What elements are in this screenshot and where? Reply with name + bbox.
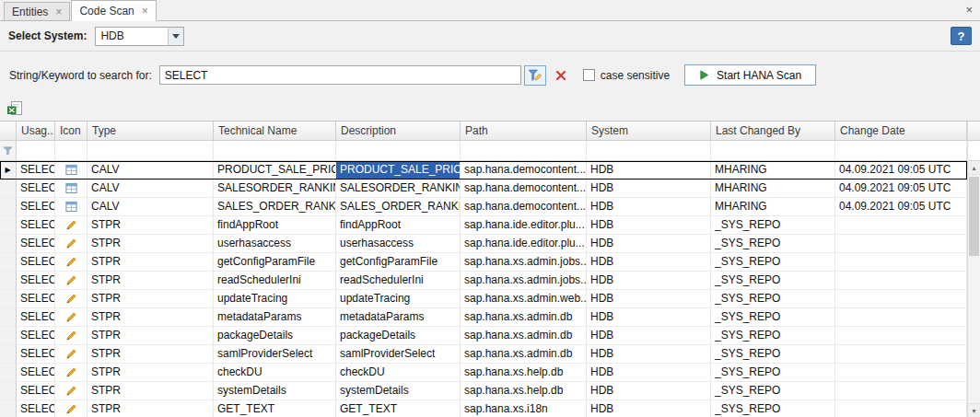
cell-path[interactable]: sap.hana.xs.i18n — [461, 400, 587, 417]
clear-filter-button[interactable] — [550, 65, 572, 86]
column-header[interactable]: System — [587, 122, 711, 141]
cell-technical-name[interactable]: checkDU — [214, 364, 336, 382]
table-row[interactable]: ▶ SELECT — [0, 216, 967, 235]
cell-type[interactable]: STPR — [88, 345, 214, 364]
cell-system[interactable]: HDB — [587, 253, 711, 272]
column-header[interactable]: Usag... — [17, 122, 55, 141]
cell-description[interactable]: systemDetails — [336, 382, 461, 400]
cell-path[interactable]: sap.hana.xs.admin.jobs... — [461, 272, 587, 290]
column-header[interactable]: Technical Name — [214, 122, 336, 141]
cell-path[interactable]: sap.hana.xs.admin.db — [461, 308, 587, 327]
cell-type[interactable]: STPR — [88, 382, 214, 400]
cell-path[interactable]: sap.hana.xs.help.db — [461, 364, 587, 382]
cell-change-date[interactable]: 04.09.2021 09:05 UTC — [835, 161, 967, 180]
cell-system[interactable]: HDB — [587, 345, 711, 364]
cell-last-changed-by[interactable]: _SYS_REPO — [711, 290, 835, 308]
case-sensitive-checkbox[interactable] — [583, 69, 595, 81]
cell-system[interactable]: HDB — [587, 364, 711, 382]
cell-system[interactable]: HDB — [587, 382, 711, 400]
cell-type[interactable]: STPR — [88, 364, 214, 382]
cell-change-date[interactable] — [835, 290, 967, 308]
cell-change-date[interactable]: 04.09.2021 09:05 UTC — [835, 180, 967, 198]
cell-usage[interactable]: SELECT — [17, 290, 55, 308]
cell-system[interactable]: HDB — [587, 235, 711, 253]
table-row[interactable]: ▶ SELECT — [0, 161, 967, 180]
column-header[interactable]: Description — [336, 122, 461, 141]
scrollbar-thumb[interactable] — [969, 177, 979, 256]
cell-type[interactable]: STPR — [88, 308, 214, 327]
cell-technical-name[interactable]: findAppRoot — [214, 216, 336, 235]
table-row[interactable]: ▶ SELECT — [0, 327, 967, 345]
table-row[interactable]: ▶ SELECT — [0, 253, 967, 272]
filter-cell-description[interactable] — [336, 141, 461, 161]
cell-usage[interactable]: SELECT — [17, 180, 55, 198]
system-dropdown[interactable]: HDB — [95, 27, 184, 46]
cell-system[interactable]: HDB — [587, 327, 711, 345]
search-input[interactable] — [159, 65, 521, 85]
cell-type[interactable]: CALV — [88, 161, 214, 180]
table-row[interactable]: ▶ SELECT — [0, 364, 967, 382]
cell-change-date[interactable] — [835, 253, 967, 272]
edit-filter-button[interactable] — [524, 65, 546, 86]
cell-path[interactable]: sap.hana.ide.editor.plu... — [461, 216, 587, 235]
cell-technical-name[interactable]: updateTracing — [214, 290, 336, 308]
cell-usage[interactable]: SELECT — [17, 327, 55, 345]
table-row[interactable]: ▶ SELECT — [0, 382, 967, 400]
table-row[interactable]: ▶ SELECT — [0, 198, 967, 216]
cell-usage[interactable]: SELECT — [17, 382, 55, 400]
cell-change-date[interactable] — [835, 345, 967, 364]
cell-description[interactable]: samlProviderSelect — [336, 345, 461, 364]
cell-technical-name[interactable]: metadataParams — [214, 308, 336, 327]
cell-system[interactable]: HDB — [587, 272, 711, 290]
cell-type[interactable]: CALV — [88, 180, 214, 198]
vertical-scrollbar[interactable]: ▲ ▼ — [967, 122, 980, 417]
cell-usage[interactable]: SELECT — [17, 345, 55, 364]
cell-technical-name[interactable]: getConfigParamFile — [214, 253, 336, 272]
cell-technical-name[interactable]: samlProviderSelect — [214, 345, 336, 364]
cell-technical-name[interactable]: systemDetails — [214, 382, 336, 400]
cell-description[interactable]: packageDetails — [336, 327, 461, 345]
cell-change-date[interactable] — [835, 272, 967, 290]
cell-last-changed-by[interactable]: MHARING — [711, 161, 835, 180]
tab-close-icon[interactable]: × — [142, 6, 148, 17]
cell-description[interactable]: readSchedulerIni — [336, 272, 461, 290]
cell-change-date[interactable] — [835, 308, 967, 327]
cell-technical-name[interactable]: GET_TEXT — [214, 400, 336, 417]
scroll-down-icon[interactable]: ▼ — [968, 403, 980, 417]
cell-last-changed-by[interactable]: _SYS_REPO — [711, 327, 835, 345]
table-row[interactable]: ▶ SELECT — [0, 235, 967, 253]
cell-system[interactable]: HDB — [587, 290, 711, 308]
cell-description[interactable]: SALES_ORDER_RANKIN... — [336, 198, 461, 216]
cell-change-date[interactable] — [835, 364, 967, 382]
cell-type[interactable]: STPR — [88, 400, 214, 417]
tab-close-icon[interactable]: × — [55, 6, 62, 17]
cell-description[interactable]: metadataParams — [336, 308, 461, 327]
filter-cell-path[interactable] — [461, 141, 587, 161]
cell-description[interactable]: checkDU — [336, 364, 461, 382]
cell-system[interactable]: HDB — [587, 198, 711, 216]
cell-technical-name[interactable]: packageDetails — [214, 327, 336, 345]
cell-description[interactable]: PRODUCT_SALE_PRICE — [336, 161, 461, 180]
table-row[interactable]: ▶ SELECT — [0, 345, 967, 364]
table-row[interactable]: ▶ SELECT — [0, 180, 967, 198]
cell-last-changed-by[interactable]: MHARING — [711, 180, 835, 198]
cell-last-changed-by[interactable]: _SYS_REPO — [711, 400, 835, 417]
cell-type[interactable]: STPR — [88, 235, 214, 253]
column-header[interactable]: Change Date — [835, 122, 967, 141]
cell-path[interactable]: sap.hana.xs.help.db — [461, 382, 587, 400]
cell-technical-name[interactable]: userhasaccess — [214, 235, 336, 253]
cell-system[interactable]: HDB — [587, 308, 711, 327]
cell-path[interactable]: sap.hana.ide.editor.plu... — [461, 235, 587, 253]
cell-usage[interactable]: SELECT — [17, 198, 55, 216]
cell-change-date[interactable] — [835, 235, 967, 253]
column-header[interactable]: Type — [88, 122, 214, 141]
cell-last-changed-by[interactable]: _SYS_REPO — [711, 345, 835, 364]
cell-path[interactable]: sap.hana.democontent... — [461, 161, 587, 180]
tab[interactable]: Code Scan × — [71, 0, 156, 21]
cell-system[interactable]: HDB — [587, 161, 711, 180]
cell-path[interactable]: sap.hana.xs.admin.web... — [461, 290, 587, 308]
cell-description[interactable]: GET_TEXT — [336, 400, 461, 417]
cell-usage[interactable]: SELECT — [17, 216, 55, 235]
cell-type[interactable]: STPR — [88, 253, 214, 272]
cell-usage[interactable]: SELECT — [17, 272, 55, 290]
